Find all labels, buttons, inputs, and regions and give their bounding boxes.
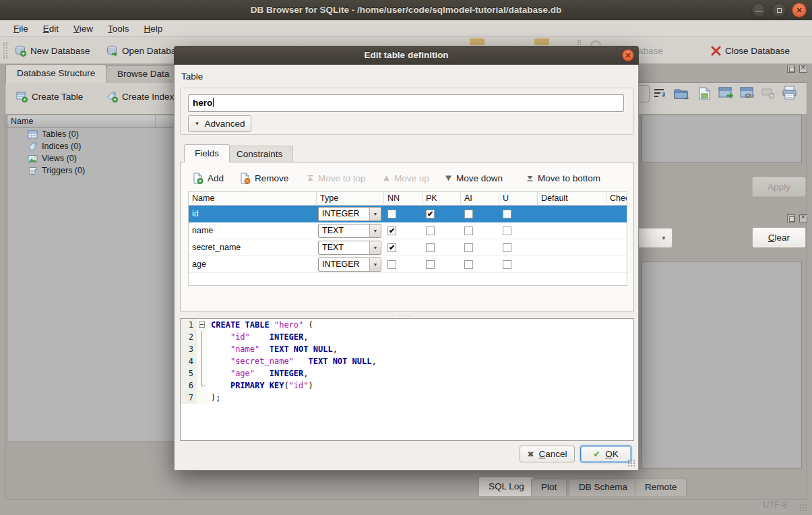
grid-header-check[interactable]: Check	[606, 192, 627, 206]
line-number: 1	[181, 319, 197, 331]
pk-checkbox[interactable]	[426, 260, 435, 269]
maximize-button[interactable]	[772, 3, 786, 18]
fold-margin[interactable]	[197, 392, 208, 404]
import-cell-icon[interactable]	[673, 86, 689, 100]
pk-checkbox[interactable]: ✔	[426, 210, 435, 218]
type-select[interactable]: TEXT▼	[318, 241, 381, 255]
dialog-close-button[interactable]: ✕	[622, 49, 634, 61]
dock-close-icon[interactable]	[799, 65, 807, 73]
table-name-input[interactable]: hero	[188, 94, 624, 112]
pk-checkbox[interactable]	[426, 243, 435, 252]
tab-fields[interactable]: Fields	[184, 144, 230, 162]
tab-db-schema[interactable]: DB Schema	[569, 479, 637, 496]
menu-edit[interactable]: Edit	[36, 22, 65, 36]
tab-plot[interactable]: Plot	[531, 479, 567, 496]
ai-checkbox[interactable]	[464, 226, 473, 235]
grid-header-type[interactable]: Type	[317, 192, 384, 206]
tab-database-structure[interactable]: Database Structure	[5, 64, 106, 83]
fold-margin[interactable]	[197, 367, 208, 380]
fold-margin[interactable]	[197, 319, 208, 331]
nn-checkbox[interactable]	[387, 210, 396, 218]
grid-header-pk[interactable]: PK	[423, 192, 461, 206]
cell-editor-area[interactable]	[642, 115, 802, 163]
fold-margin[interactable]	[197, 343, 208, 355]
export-cell-icon[interactable]	[697, 86, 712, 100]
field-name[interactable]: name	[189, 226, 317, 235]
encoding-status: UTF-8	[763, 499, 788, 510]
ai-checkbox[interactable]	[464, 243, 473, 252]
dock-float-icon[interactable]	[787, 65, 795, 73]
u-checkbox[interactable]	[503, 210, 511, 218]
dock-close-icon[interactable]	[799, 214, 807, 222]
field-row-id[interactable]: idINTEGER▼✔	[189, 206, 627, 222]
create-index-button[interactable]: Create Index	[106, 91, 174, 102]
tab-remote[interactable]: Remote	[635, 479, 687, 496]
remove-field-button[interactable]: Remove	[239, 170, 288, 186]
dialog-splitter[interactable]: ······	[175, 311, 629, 318]
u-checkbox[interactable]	[503, 226, 511, 235]
move-to-top-button[interactable]: Move to top	[307, 170, 366, 186]
fold-margin[interactable]	[197, 331, 208, 343]
move-to-bottom-button[interactable]: Move to bottom	[526, 170, 600, 186]
tree-header-name[interactable]: Name	[7, 115, 156, 127]
field-name[interactable]: secret_name	[189, 243, 317, 252]
tab-sql-log[interactable]: SQL Log	[478, 477, 534, 496]
filter-icon[interactable]	[761, 88, 776, 99]
fold-collapse-icon[interactable]	[199, 322, 205, 328]
dock-splitter[interactable]: ······	[636, 202, 658, 210]
create-table-button[interactable]: Create Table	[16, 91, 83, 102]
sql-preview[interactable]: 1CREATE TABLE "hero" (2 "id" INTEGER,3 "…	[180, 318, 634, 441]
fold-margin[interactable]	[197, 355, 208, 367]
cancel-button[interactable]: ✖ Cancel	[520, 446, 575, 462]
type-select[interactable]: TEXT▼	[318, 224, 381, 238]
sql-code: );	[208, 392, 220, 404]
nn-checkbox[interactable]: ✔	[387, 243, 396, 252]
grid-header-u[interactable]: U	[499, 192, 538, 206]
move-down-button[interactable]: Move down	[445, 170, 503, 186]
tab-browse-data[interactable]: Browse Data	[106, 65, 181, 83]
close-button[interactable]: ✕	[792, 3, 807, 18]
field-row-secret_name[interactable]: secret_nameTEXT▼✔	[189, 239, 627, 256]
field-name[interactable]: id	[189, 209, 317, 218]
minimize-button[interactable]: —	[751, 3, 766, 18]
field-row-age[interactable]: ageINTEGER▼	[189, 256, 627, 273]
menu-view[interactable]: View	[67, 22, 100, 36]
menu-tools[interactable]: Tools	[101, 22, 136, 36]
open-in-editor-icon[interactable]	[740, 86, 755, 100]
toolbar-grip[interactable]	[3, 42, 7, 59]
menu-file[interactable]: File	[7, 22, 35, 36]
grid-header-nn[interactable]: NN	[384, 192, 423, 206]
nn-checkbox[interactable]	[387, 260, 396, 269]
new-database-button[interactable]: New Database	[15, 42, 90, 59]
add-field-button[interactable]: Add	[192, 170, 224, 186]
word-wrap-icon[interactable]	[653, 87, 666, 100]
type-select[interactable]: INTEGER▼	[318, 207, 381, 221]
clear-button[interactable]: Clear	[752, 227, 806, 248]
dock-float-icon[interactable]	[787, 214, 795, 222]
u-checkbox[interactable]	[503, 260, 511, 269]
nn-checkbox[interactable]: ✔	[387, 226, 396, 235]
resize-grip[interactable]	[799, 504, 808, 512]
sql-log-area[interactable]	[642, 262, 802, 468]
field-row-name[interactable]: nameTEXT▼✔	[189, 222, 627, 239]
menu-help[interactable]: Help	[137, 22, 170, 36]
grid-header-name[interactable]: Name	[189, 192, 317, 206]
field-name[interactable]: age	[189, 260, 317, 269]
advanced-button[interactable]: ▼ Advanced	[188, 115, 251, 132]
dialog-resize-grip[interactable]	[627, 459, 636, 468]
pk-checkbox[interactable]	[426, 226, 435, 235]
type-select[interactable]: INTEGER▼	[318, 258, 381, 272]
grid-header-default[interactable]: Default	[538, 192, 606, 206]
ok-button[interactable]: ✔ OK	[580, 446, 631, 462]
tab-constraints[interactable]: Constraints	[226, 146, 293, 162]
print-icon[interactable]	[782, 86, 797, 100]
ai-checkbox[interactable]	[464, 210, 473, 218]
ai-checkbox[interactable]	[464, 260, 473, 269]
fold-margin[interactable]	[197, 380, 208, 392]
set-null-icon[interactable]	[718, 86, 734, 100]
apply-button[interactable]: Apply	[752, 177, 806, 197]
grid-header-ai[interactable]: AI	[461, 192, 499, 206]
move-up-button[interactable]: Move up	[383, 170, 429, 186]
u-checkbox[interactable]	[503, 243, 511, 252]
close-database-button[interactable]: Close Database	[711, 42, 790, 59]
